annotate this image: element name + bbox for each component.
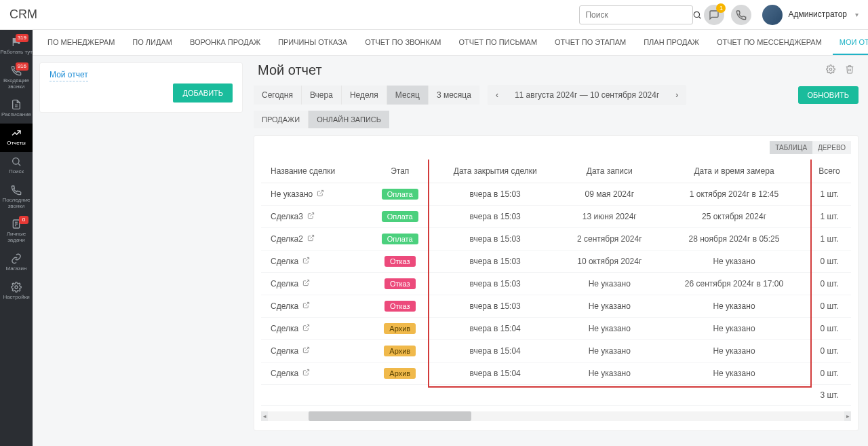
table-row[interactable]: Сделка3 Оплатавчера в 15:0313 июня 2024г… bbox=[261, 206, 851, 228]
sub-segment: ПРОДАЖИОНЛАЙН ЗАПИСЬ bbox=[254, 111, 859, 128]
record-date: Не указано bbox=[559, 340, 660, 363]
table-card: ТАБЛИЦА ДЕРЕВО Название сделкиЭтапДата з… bbox=[254, 135, 859, 431]
table-row[interactable]: Сделка Отказвчера в 15:0310 октября 2024… bbox=[261, 250, 851, 273]
deal-name[interactable]: Сделка bbox=[271, 324, 310, 333]
open-icon[interactable] bbox=[317, 189, 324, 199]
table-row[interactable]: Сделка Отказвчера в 15:03Не указаноНе ук… bbox=[261, 295, 851, 318]
open-icon[interactable] bbox=[302, 324, 310, 333]
tab-managers[interactable]: ПО МЕНЕДЖЕРАМ bbox=[41, 30, 121, 55]
nav-shop[interactable]: Магазин bbox=[0, 249, 33, 278]
search-input[interactable] bbox=[580, 10, 692, 20]
table-row[interactable]: Сделка Архиввчера в 15:04Не указаноНе ук… bbox=[261, 340, 851, 363]
stage-chip: Архив bbox=[384, 368, 416, 379]
tab-refuse[interactable]: ПРИЧИНЫ ОТКАЗА bbox=[271, 30, 354, 55]
col-header: Этап bbox=[368, 160, 432, 183]
call-icon[interactable] bbox=[731, 5, 751, 25]
gear-icon[interactable] bbox=[826, 64, 835, 76]
add-button[interactable]: ДОБАВИТЬ bbox=[173, 83, 233, 103]
nav-schedule[interactable]: Расписание bbox=[0, 95, 33, 124]
close-date: вчера в 15:03 bbox=[432, 206, 559, 228]
measure-date: Не указано bbox=[660, 250, 808, 273]
nav-label: Настройки bbox=[3, 295, 29, 301]
table-row[interactable]: Сделка2 Оплатавчера в 15:032 сентября 20… bbox=[261, 228, 851, 250]
nav-tasks[interactable]: Личные задачи0 bbox=[0, 215, 33, 249]
table-row[interactable]: Не указано Оплатавчера в 15:0309 мая 202… bbox=[261, 183, 851, 206]
record-date: 09 мая 2024г bbox=[559, 183, 660, 206]
open-icon[interactable] bbox=[302, 257, 310, 266]
period-Месяц[interactable]: Месяц bbox=[387, 86, 429, 105]
nav-search[interactable]: Поиск bbox=[0, 152, 33, 181]
open-icon[interactable] bbox=[302, 279, 310, 289]
deal-name[interactable]: Сделка bbox=[271, 301, 310, 311]
global-search[interactable] bbox=[579, 5, 693, 24]
period-3 месяца[interactable]: 3 месяца bbox=[429, 86, 479, 105]
search-button[interactable] bbox=[692, 10, 702, 20]
svg-line-18 bbox=[306, 324, 309, 328]
open-icon[interactable] bbox=[307, 212, 315, 221]
tab-stages[interactable]: ОТЧЕТ ПО ЭТАПАМ bbox=[548, 30, 633, 55]
chevron-down-icon: ▾ bbox=[855, 11, 859, 18]
svg-line-12 bbox=[320, 190, 323, 193]
deal-name[interactable]: Сделка3 bbox=[271, 212, 315, 221]
tab-funnel[interactable]: ВОРОНКА ПРОДАЖ bbox=[183, 30, 267, 55]
trash-icon[interactable] bbox=[845, 64, 854, 76]
user-menu[interactable]: Администратор ▾ bbox=[762, 5, 859, 25]
nav-label: Магазин bbox=[6, 266, 27, 272]
measure-date: Не указано bbox=[660, 340, 808, 363]
update-button[interactable]: ОБНОВИТЬ bbox=[798, 86, 859, 104]
deal-name[interactable]: Сделка bbox=[271, 279, 310, 289]
tab-leads[interactable]: ПО ЛИДАМ bbox=[125, 30, 179, 55]
tab-calls[interactable]: ОТЧЕТ ПО ЗВОНКАМ bbox=[358, 30, 448, 55]
deal-name[interactable]: Сделка bbox=[271, 346, 310, 356]
deal-name[interactable]: Сделка bbox=[271, 369, 310, 378]
measure-date: Не указано bbox=[660, 295, 808, 318]
table-row[interactable]: Сделка Архиввчера в 15:04Не указаноНе ук… bbox=[261, 363, 851, 385]
open-icon[interactable] bbox=[302, 346, 310, 356]
nav-work[interactable]: Работать тут319 bbox=[0, 33, 33, 61]
period-Вчера[interactable]: Вчера bbox=[302, 86, 342, 105]
view-table[interactable]: ТАБЛИЦА bbox=[770, 141, 812, 154]
close-date: вчера в 15:04 bbox=[432, 363, 559, 385]
row-total: 1 шт. bbox=[808, 206, 851, 228]
period-Сегодня[interactable]: Сегодня bbox=[254, 86, 302, 105]
tab-messengers[interactable]: ОТЧЕТ ПО МЕССЕНДЖЕРАМ bbox=[710, 30, 829, 55]
nav-lastcalls[interactable]: Последние звонки bbox=[0, 181, 33, 215]
close-date: вчера в 15:03 bbox=[432, 250, 559, 273]
stage-chip: Оплата bbox=[382, 189, 418, 200]
subtab-ПРОДАЖИ[interactable]: ПРОДАЖИ bbox=[254, 111, 309, 128]
subtab-ОНЛАЙН ЗАПИСЬ[interactable]: ОНЛАЙН ЗАПИСЬ bbox=[309, 111, 389, 128]
chat-icon[interactable]: 1 bbox=[704, 5, 724, 25]
table-row[interactable]: Сделка Архиввчера в 15:04Не указаноНе ук… bbox=[261, 318, 851, 340]
view-tree[interactable]: ДЕРЕВО bbox=[812, 141, 851, 154]
date-next[interactable]: › bbox=[667, 85, 686, 105]
horizontal-scrollbar[interactable]: ◂ ▸ bbox=[261, 411, 851, 421]
deal-name[interactable]: Не указано bbox=[271, 189, 324, 199]
date-prev[interactable]: ‹ bbox=[488, 85, 507, 105]
open-icon[interactable] bbox=[307, 234, 315, 244]
record-date: 10 октября 2024г bbox=[559, 250, 660, 273]
my-report-link[interactable]: Мой отчет bbox=[50, 70, 88, 81]
measure-date: Не указано bbox=[660, 363, 808, 385]
period-segment: СегодняВчераНеделяМесяц3 месяца bbox=[254, 86, 479, 105]
stage-chip: Архив bbox=[384, 346, 416, 356]
nav-settings[interactable]: Настройки bbox=[0, 278, 33, 306]
svg-line-20 bbox=[306, 369, 309, 373]
table-row[interactable]: Сделка Отказвчера в 15:03Не указано26 се… bbox=[261, 273, 851, 295]
nav-reports[interactable]: Отчеты bbox=[0, 124, 33, 152]
date-range-picker[interactable]: ‹ 11 августа 2024г — 10 сентября 2024г › bbox=[488, 85, 686, 105]
tab-letters[interactable]: ОТЧЕТ ПО ПИСЬМАМ bbox=[452, 30, 544, 55]
col-header: Дата закрытия сделки bbox=[432, 160, 559, 183]
deal-name[interactable]: Сделка bbox=[271, 257, 310, 266]
col-header: Дата записи bbox=[559, 160, 660, 183]
tab-plan[interactable]: ПЛАН ПРОДАЖ bbox=[637, 30, 706, 55]
nav-incoming[interactable]: Входящие звонки916 bbox=[0, 61, 33, 96]
stage-chip: Отказ bbox=[384, 256, 416, 267]
open-icon[interactable] bbox=[302, 369, 310, 378]
tab-my[interactable]: МОИ ОТЧЕТЫ? bbox=[833, 30, 868, 55]
user-name: Администратор bbox=[788, 10, 847, 19]
open-icon[interactable] bbox=[302, 301, 310, 311]
deal-name[interactable]: Сделка2 bbox=[271, 234, 315, 244]
period-Неделя[interactable]: Неделя bbox=[342, 86, 387, 105]
record-date: Не указано bbox=[559, 318, 660, 340]
stage-chip: Архив bbox=[384, 323, 416, 334]
